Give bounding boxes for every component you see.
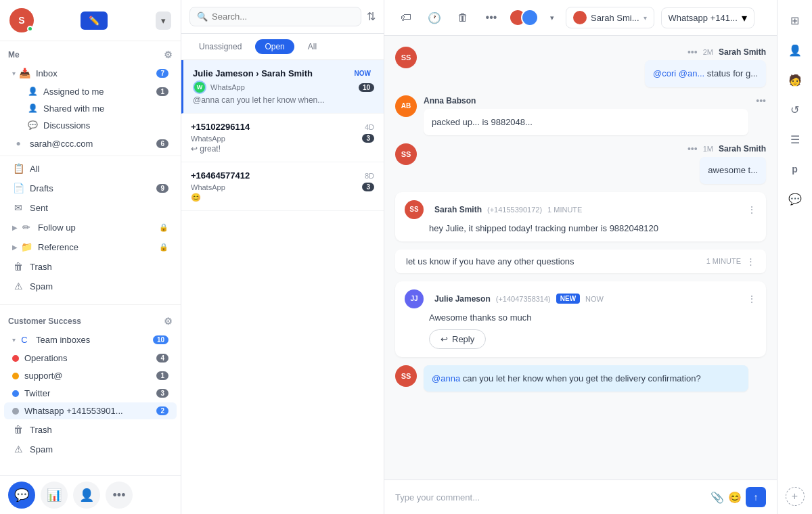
sidebar-item-followup[interactable]: ▶ ✏ Follow up 🔒	[4, 218, 177, 237]
message-more-icon[interactable]: •••	[687, 47, 698, 57]
message-sender: Sarah Smith	[434, 205, 482, 214]
tab-open[interactable]: Open	[255, 39, 294, 54]
participant-avatar-2	[521, 9, 539, 26]
assigned-label: Assigned to me	[43, 87, 156, 97]
message-card: SS Sarah Smith (+14155390172) 1 MINUTE ⋮…	[395, 192, 766, 241]
label-icon-btn[interactable]: 🏷	[395, 7, 417, 28]
message-sender: Julie Jameson	[434, 294, 491, 304]
drafts-label: Drafts	[30, 183, 156, 193]
sidebar-item-twitter[interactable]: Twitter 3	[4, 385, 177, 402]
message-row: AB Anna Babson ••• packed up... is 98820…	[395, 95, 766, 136]
attachment-icon[interactable]: 📎	[710, 491, 724, 504]
reports-button[interactable]: 📊	[41, 482, 68, 509]
search-box[interactable]: 🔍	[189, 7, 361, 26]
message-more-icon[interactable]: •••	[687, 143, 698, 154]
conversation-item[interactable]: Julie Jameson › Sarah Smith NOW W WhatsA…	[181, 60, 384, 114]
sidebar-item-email[interactable]: ● sarah@ccc.com 6	[4, 134, 177, 153]
customer-success-label: Customer Success	[8, 317, 81, 326]
reply-button[interactable]: ↩ Reply	[429, 329, 486, 349]
shared-label: Shared with me	[43, 103, 168, 114]
conversation-item[interactable]: +16464577412 8D WhatsApp 3 😊	[181, 162, 384, 211]
support-label: support@	[24, 371, 156, 381]
gear-icon[interactable]: ⚙	[164, 49, 173, 60]
chevron-right-icon: ▶	[12, 224, 18, 231]
search-input[interactable]	[212, 11, 354, 22]
sidebar-item-whatsapp[interactable]: Whatsapp +141553901... 2	[4, 402, 177, 419]
message-more-icon[interactable]: ⋮	[747, 204, 757, 215]
sort-button[interactable]: ⇅	[367, 10, 376, 23]
sidebar-item-cs-spam[interactable]: ⚠ Spam	[4, 440, 177, 459]
followup-icon: ✏	[20, 221, 32, 233]
new-badge: NEW	[556, 294, 580, 304]
automated-more-icon[interactable]: ⋮	[746, 256, 755, 266]
conv-sub: W WhatsApp 10	[193, 80, 374, 94]
conv-sub: WhatsApp 3	[191, 183, 374, 191]
message-content: Sarah Smith 2M ••• @cori @an... status f…	[424, 47, 766, 87]
sidebar-item-support[interactable]: support@ 1	[4, 367, 177, 384]
rs-add-button[interactable]: +	[786, 487, 805, 506]
chat-panel: 🏷 🕐 🗑 ••• ▾ Sarah Smi... ▾ Whatsapp +141…	[384, 0, 777, 514]
tab-unassigned[interactable]: Unassigned	[189, 39, 251, 54]
rs-list-icon[interactable]: ☰	[783, 127, 807, 151]
conversations-panel: 🔍 ⇅ Unassigned Open All Julie Jameson › …	[181, 0, 384, 514]
customer-success-section: Customer Success ⚙ ▾ C Team inboxes 10 O…	[0, 308, 181, 465]
message-more-icon[interactable]: •••	[756, 95, 766, 106]
more-icon-btn[interactable]: •••	[480, 7, 502, 28]
conv-badge: 3	[362, 183, 374, 191]
customer-success-header: Customer Success ⚙	[0, 313, 181, 329]
agent-selector[interactable]: Sarah Smi... ▾	[566, 7, 654, 28]
emoji-icon[interactable]: 😊	[728, 491, 742, 504]
channel-selector[interactable]: Whatsapp +141... ▾	[661, 7, 754, 28]
sidebar-item-cs-trash[interactable]: 🗑 Trash	[4, 420, 177, 439]
reference-icon: 📁	[20, 241, 32, 253]
chevron-right-icon-2: ▶	[12, 243, 18, 251]
chevron-down-icon-2: ▾	[12, 336, 16, 344]
message-row: Sarah Smith 2M ••• @cori @an... status f…	[395, 47, 766, 87]
inbox-icon: 📥	[18, 67, 30, 79]
rs-p-icon[interactable]: p	[783, 157, 807, 181]
sidebar-item-discussions[interactable]: 💬 Discussions	[4, 117, 177, 133]
participants-chevron[interactable]: ▾	[545, 7, 559, 28]
rs-refresh-icon[interactable]: ↺	[783, 97, 807, 122]
compose-button[interactable]: ✏️	[81, 11, 108, 30]
rs-person-icon[interactable]: 🧑	[783, 68, 807, 92]
chat-button[interactable]: 💬	[8, 482, 35, 509]
sidebar-item-all[interactable]: 📋 All	[4, 159, 177, 178]
compose-chevron-button[interactable]: ▾	[156, 11, 171, 30]
conv-header: +15102296114 4D	[191, 122, 374, 132]
cs-gear-icon[interactable]: ⚙	[164, 316, 173, 327]
message-more-icon[interactable]: ⋮	[747, 294, 757, 304]
contacts-button[interactable]: 👤	[73, 482, 100, 509]
send-button[interactable]: ↑	[746, 487, 766, 507]
rs-grid-icon[interactable]: ⊞	[783, 8, 807, 32]
user-avatar-container: S	[9, 8, 34, 32]
conversation-item[interactable]: +15102296114 4D WhatsApp 3 ↩ great!	[181, 114, 384, 162]
rs-chat-icon[interactable]: 💬	[783, 187, 807, 211]
sidebar-item-inbox[interactable]: ▾ 📥 Inbox 7	[4, 64, 177, 83]
participants-avatars	[509, 9, 539, 26]
operations-label: Operations	[24, 353, 156, 363]
compose-icon: ✏️	[89, 16, 99, 26]
sidebar-item-operations[interactable]: Operations 4	[4, 350, 177, 367]
clock-icon-btn[interactable]: 🕐	[424, 7, 445, 28]
rs-contact-icon[interactable]: 👤	[783, 38, 807, 62]
message-header: SS Sarah Smith (+14155390172) 1 MINUTE ⋮	[405, 200, 757, 219]
trash-icon-btn[interactable]: 🗑	[452, 7, 474, 28]
sidebar-item-shared[interactable]: 👤 Shared with me	[4, 100, 177, 116]
conv-badge: 3	[362, 134, 374, 143]
sidebar-item-drafts[interactable]: 📄 Drafts 9	[4, 179, 177, 197]
sidebar-item-reference[interactable]: ▶ 📁 Reference 🔒	[4, 237, 177, 256]
automated-message: let us know if you have any other questi…	[395, 250, 766, 273]
tab-all[interactable]: All	[298, 39, 326, 54]
sidebar-item-sent[interactable]: ✉ Sent	[4, 198, 177, 217]
conv-time: NOW	[351, 69, 374, 78]
sidebar-item-trash[interactable]: 🗑 Trash	[4, 257, 177, 276]
sidebar-bottom: 💬 📊 👤 •••	[0, 475, 181, 514]
message-card: JJ Julie Jameson (+14047358314) NEW NOW …	[395, 281, 766, 357]
agent-chevron-icon: ▾	[644, 14, 647, 22]
sidebar-item-spam[interactable]: ⚠ Spam	[4, 277, 177, 296]
more-button[interactable]: •••	[106, 482, 133, 509]
sidebar-item-assigned[interactable]: 👤 Assigned to me 1	[4, 83, 177, 99]
sidebar-item-team-inboxes[interactable]: ▾ C Team inboxes 10	[4, 330, 177, 349]
chat-input[interactable]	[395, 492, 704, 503]
